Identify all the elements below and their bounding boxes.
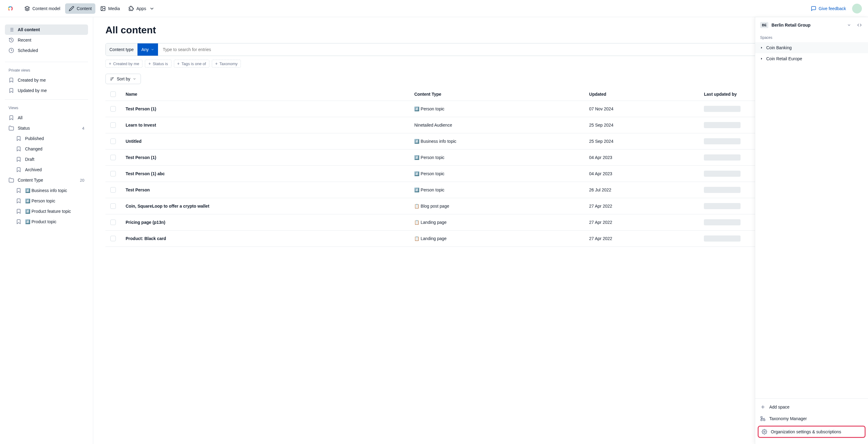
table-row[interactable]: Untitled #️⃣ Business info topic 25 Sep … — [105, 133, 856, 150]
sidebar-view-all[interactable]: All — [5, 113, 88, 123]
sidebar-label: Created by me — [18, 78, 46, 83]
plus-icon: + — [109, 61, 111, 66]
sidebar-status-published[interactable]: Published — [12, 133, 88, 144]
image-icon — [100, 6, 106, 11]
svg-point-0 — [8, 6, 10, 8]
add-space-button[interactable]: Add space — [755, 401, 868, 413]
sidebar-label: Content Type — [18, 178, 43, 182]
folder-open-icon — [8, 177, 14, 183]
sidebar-ct-product[interactable]: #️⃣ Product topic — [12, 216, 88, 227]
sidebar-ct-business[interactable]: #️⃣ Business info topic — [12, 185, 88, 196]
sort-icon — [110, 77, 114, 81]
svg-point-1 — [8, 9, 10, 10]
taxonomy-manager-button[interactable]: Taxonomy Manager — [755, 413, 868, 424]
cell-name: Test Person (1) — [121, 150, 409, 166]
table-row[interactable]: Learn to Invest Ninetailed Audience 25 S… — [105, 117, 856, 133]
row-checkbox[interactable] — [110, 203, 116, 209]
nav-apps[interactable]: Apps — [125, 3, 158, 14]
col-content-type[interactable]: Content Type — [409, 88, 584, 101]
table-row[interactable]: Test Person (1) #️⃣ Person topic 04 Apr … — [105, 150, 856, 166]
panel-collapse-button[interactable] — [856, 21, 863, 29]
bookmark-icon — [8, 88, 14, 93]
left-sidebar: All content Recent Scheduled Private vie… — [0, 17, 93, 444]
svg-rect-15 — [761, 419, 762, 421]
redacted-author — [704, 106, 741, 112]
sidebar-scheduled[interactable]: Scheduled — [5, 45, 88, 56]
table-row[interactable]: Product: Black card 📋 Landing page 27 Ap… — [105, 231, 856, 247]
sidebar-count: 20 — [80, 178, 84, 182]
chip-status[interactable]: +Status is — [145, 60, 171, 67]
row-checkbox[interactable] — [110, 122, 116, 128]
plus-icon: + — [177, 61, 180, 66]
sidebar-status-archived[interactable]: Archived — [12, 165, 88, 175]
give-feedback-link[interactable]: Give feedback — [811, 6, 846, 11]
nav-content-model[interactable]: Content model — [21, 3, 64, 14]
cell-type: #️⃣ Person topic — [409, 182, 584, 198]
space-item-coin-retail[interactable]: Coin Retail Europe — [755, 53, 868, 64]
org-settings-button[interactable]: Organization settings & subscriptions — [758, 426, 866, 438]
sidebar-updated-by-me[interactable]: Updated by me — [5, 85, 88, 96]
sidebar-all-content[interactable]: All content — [5, 25, 88, 35]
cell-name: Learn to Invest — [121, 117, 409, 133]
sidebar-recent[interactable]: Recent — [5, 35, 88, 45]
org-header[interactable]: BE Berlin Retail Group — [755, 17, 868, 33]
page-title: All content — [105, 25, 856, 36]
upgrade-avatar-area[interactable] — [852, 4, 862, 13]
bookmark-icon — [8, 115, 14, 120]
space-label: Coin Banking — [766, 45, 792, 50]
content-type-filter-label[interactable]: Content type — [106, 43, 137, 56]
col-updated[interactable]: Updated — [584, 88, 699, 101]
chip-label: Taxonomy — [219, 61, 238, 66]
search-input[interactable] — [158, 47, 856, 52]
redacted-author — [704, 187, 741, 193]
table-row[interactable]: Test Person (1) #️⃣ Person topic 07 Nov … — [105, 101, 856, 117]
feedback-label: Give feedback — [819, 6, 846, 11]
sidebar-view-content-type[interactable]: Content Type 20 — [5, 175, 88, 185]
bookmark-icon — [16, 167, 21, 173]
table-row[interactable]: Test Person #️⃣ Person topic 26 Jul 2022 — [105, 182, 856, 198]
sidebar-created-by-me[interactable]: Created by me — [5, 75, 88, 85]
clock-icon — [8, 48, 14, 53]
redacted-author — [704, 171, 741, 177]
col-name[interactable]: Name — [121, 88, 409, 101]
sidebar-ct-person[interactable]: #️⃣ Person topic — [12, 196, 88, 206]
cell-name: Pricing page (p13n) — [121, 214, 409, 231]
row-checkbox[interactable] — [110, 219, 116, 225]
content-type-filter-value[interactable]: Any — [137, 43, 158, 56]
layers-icon — [25, 6, 30, 11]
action-label: Add space — [769, 405, 789, 410]
cell-type: #️⃣ Person topic — [409, 150, 584, 166]
sort-button[interactable]: Sort by — [105, 74, 141, 84]
row-checkbox[interactable] — [110, 236, 116, 241]
table-row[interactable]: Pricing page (p13n) 📋 Landing page 27 Ap… — [105, 214, 856, 231]
row-checkbox[interactable] — [110, 139, 116, 144]
bookmark-icon — [16, 198, 21, 204]
org-dropdown-toggle[interactable] — [845, 21, 853, 29]
row-checkbox[interactable] — [110, 171, 116, 176]
sidebar-count: 4 — [82, 126, 84, 130]
sidebar-ct-product-feature[interactable]: #️⃣ Product feature topic — [12, 206, 88, 216]
contentful-logo[interactable] — [6, 4, 15, 13]
svg-point-16 — [764, 431, 765, 433]
nav-content[interactable]: Content — [65, 3, 95, 14]
cell-updated: 04 Apr 2023 — [584, 166, 699, 182]
table-row[interactable]: Test Person (1) abc #️⃣ Person topic 04 … — [105, 166, 856, 182]
row-checkbox[interactable] — [110, 106, 116, 112]
sidebar-status-draft[interactable]: Draft — [12, 154, 88, 165]
chip-taxonomy[interactable]: +Taxonomy — [212, 60, 241, 67]
sidebar-label: All content — [18, 27, 40, 32]
organization-panel: BE Berlin Retail Group Spaces Coin Banki… — [755, 17, 868, 444]
row-checkbox[interactable] — [110, 155, 116, 160]
row-checkbox[interactable] — [110, 187, 116, 193]
select-all-checkbox[interactable] — [110, 91, 116, 97]
space-item-coin-banking[interactable]: Coin Banking — [755, 42, 868, 53]
chip-label: Status is — [153, 61, 168, 66]
chip-created-by-me[interactable]: +Created by me — [105, 60, 143, 67]
nav-media[interactable]: Media — [97, 3, 123, 14]
table-row[interactable]: Coin, SquareLoop to offer a crypto walle… — [105, 198, 856, 214]
sidebar-status-changed[interactable]: Changed — [12, 144, 88, 154]
sidebar-view-status[interactable]: Status 4 — [5, 123, 88, 133]
sidebar-label: Archived — [25, 167, 41, 172]
bookmark-icon — [16, 219, 21, 225]
chip-tags[interactable]: +Tags is one of — [174, 60, 209, 67]
